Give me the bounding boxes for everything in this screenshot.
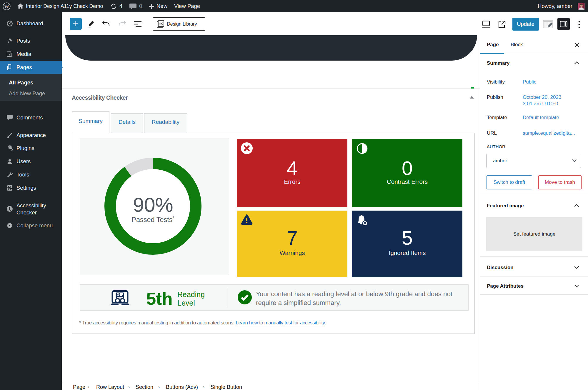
svg-text:W: W — [4, 4, 9, 9]
